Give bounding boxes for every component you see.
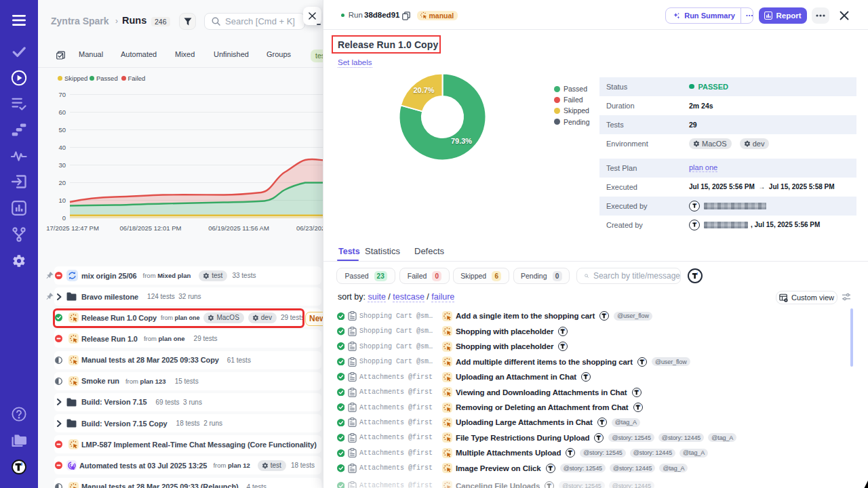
svg-text:20: 20 (58, 179, 66, 186)
svg-text:0: 0 (62, 214, 66, 222)
svg-text:30: 30 (58, 161, 66, 169)
svg-text:79.3%: 79.3% (451, 137, 472, 145)
svg-text:06/18/2025 12:01 PM: 06/18/2025 12:01 PM (120, 224, 182, 232)
svg-text:60: 60 (58, 108, 66, 116)
svg-text:06/19/2025 11:56 AM: 06/19/2025 11:56 AM (208, 224, 269, 232)
svg-text:20.7%: 20.7% (413, 86, 434, 94)
svg-text:50: 50 (58, 126, 66, 134)
svg-text:70: 70 (58, 91, 66, 98)
svg-text:10: 10 (58, 197, 66, 204)
svg-text:40: 40 (58, 144, 66, 151)
svg-text:17/2025 12:47 PM: 17/2025 12:47 PM (46, 224, 99, 232)
svg-text:06/23/2025 12: 06/23/2025 12 (296, 224, 323, 232)
